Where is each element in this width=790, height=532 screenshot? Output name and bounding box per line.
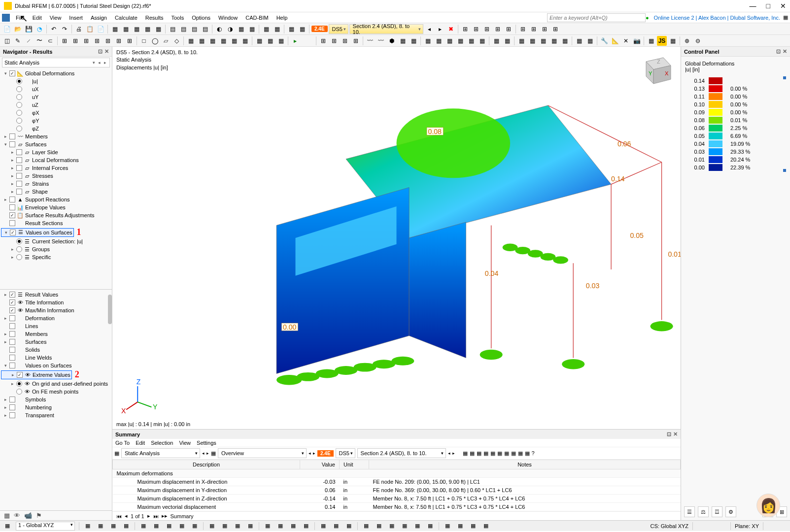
menu-cad-bim[interactable]: CAD-BIM — [241, 15, 272, 21]
new-icon[interactable]: 📄 — [2, 24, 12, 34]
table-row[interactable]: Maximum displacement in Y-direction0.06i… — [113, 486, 681, 495]
sb-icon[interactable]: ▦ — [263, 522, 272, 531]
tb-icon[interactable]: ▦ — [218, 36, 228, 46]
tb-icon[interactable]: 〰 — [365, 36, 375, 46]
tb-icon[interactable]: ▦ — [502, 36, 512, 46]
license-menu-icon[interactable]: ▦ — [783, 14, 788, 21]
sb-icon[interactable]: ▦ — [246, 522, 255, 531]
menu-edit[interactable]: Edit — [29, 15, 46, 21]
tree-item[interactable]: |u| — [1, 77, 39, 85]
app-menu-icon[interactable] — [2, 14, 10, 22]
sb-icon[interactable]: ▦ — [220, 522, 229, 531]
tb-icon[interactable]: ▦ — [211, 450, 216, 457]
undock-icon[interactable]: ⊡ — [667, 431, 671, 437]
delete-icon[interactable]: ✖ — [446, 24, 456, 34]
ds-combo[interactable]: DS5 — [336, 448, 355, 458]
display-tree[interactable]: ▸☰Result Values👁Title Information👁Max/Mi… — [0, 289, 112, 510]
tb-icon[interactable]: ▦ — [121, 24, 131, 34]
tb-icon[interactable]: ⊖ — [693, 36, 703, 46]
tb-icon[interactable]: ▦ — [470, 450, 475, 457]
sb-icon[interactable]: ▦ — [96, 522, 105, 531]
sb-icon[interactable]: ▦ — [302, 522, 310, 531]
tree-item[interactable]: ▸Transparent — [1, 411, 55, 419]
tree-item[interactable]: ▸☰Result Values — [1, 291, 59, 299]
minimize-button[interactable]: — — [750, 2, 756, 10]
tb-icon[interactable]: □ — [139, 36, 149, 46]
summary-menu-view[interactable]: View — [179, 440, 191, 446]
tb-icon[interactable]: ⊞ — [540, 24, 550, 34]
copy-icon[interactable]: 📄 — [96, 24, 105, 34]
js-icon[interactable]: JS — [657, 36, 667, 46]
table-row[interactable]: Maximum vectorial displacement0.14inMemb… — [113, 503, 681, 511]
help-icon[interactable]: ? — [532, 450, 535, 456]
tree-item[interactable]: ▾☰Values on Surfaces — [1, 228, 74, 237]
summary-menu-selection[interactable]: Selection — [151, 440, 173, 446]
tab-data-icon[interactable]: ▦ — [4, 512, 10, 519]
tb-icon[interactable]: ◯ — [150, 36, 160, 46]
prev-icon[interactable]: ◂ — [448, 451, 450, 456]
tb-icon[interactable]: ▤ — [178, 24, 188, 34]
tree-item[interactable]: uX — [1, 85, 39, 93]
sb-icon[interactable]: ▦ — [276, 522, 285, 531]
prev-icon[interactable]: ◂ — [202, 451, 205, 456]
tb-icon[interactable]: ⊞ — [125, 36, 135, 46]
tb-icon[interactable]: ▦ — [272, 24, 282, 34]
tb-icon[interactable]: ◫ — [2, 36, 12, 46]
tree-item[interactable]: ▸▱Stresses — [1, 172, 54, 180]
cloud-icon[interactable]: ◔ — [34, 24, 44, 34]
tb-icon[interactable]: ▤ — [168, 24, 177, 34]
next-icon[interactable]: ▸ — [435, 24, 445, 34]
table-row[interactable]: Maximum displacement in Z-direction-0.14… — [113, 495, 681, 503]
tb-icon[interactable]: ▦ — [497, 450, 502, 457]
tb-icon[interactable]: ▦ — [240, 36, 250, 46]
tree-item[interactable]: φY — [1, 117, 40, 125]
tree-item[interactable]: ▸▱Strains — [1, 180, 50, 188]
menu-assign[interactable]: Assign — [87, 15, 111, 21]
tb-icon[interactable]: ▦ — [236, 24, 246, 34]
sb-icon[interactable]: ▦ — [400, 522, 409, 531]
tree-item[interactable]: ▸〰Members — [1, 133, 49, 140]
tab-flag-icon[interactable]: ⚑ — [36, 512, 42, 519]
tb-icon[interactable]: ⊞ — [550, 24, 560, 34]
close-panel-icon[interactable]: ✕ — [783, 48, 787, 55]
tb-icon[interactable]: ▱ — [161, 36, 171, 46]
prev-icon[interactable]: ◂ — [309, 451, 311, 456]
tb-icon[interactable]: ▦ — [504, 450, 509, 457]
close-panel-icon[interactable]: ✕ — [104, 48, 109, 55]
sb-icon[interactable]: ▦ — [481, 522, 490, 531]
open-icon[interactable]: 📂 — [13, 24, 23, 34]
sb-icon[interactable]: ▦ — [362, 522, 371, 531]
undock-icon[interactable]: ⊡ — [98, 48, 103, 55]
tb-icon[interactable]: ▦ — [409, 36, 418, 46]
sb-icon[interactable]: ▦ — [152, 522, 161, 531]
tb-icon[interactable]: ▦ — [574, 36, 584, 46]
menu-view[interactable]: View — [46, 15, 66, 21]
tree-item[interactable]: uY — [1, 93, 39, 101]
tree-item[interactable]: uZ — [1, 101, 39, 109]
tb-icon[interactable]: ⊞ — [81, 36, 91, 46]
tb-icon[interactable]: ▦ — [490, 450, 495, 457]
tb-icon[interactable]: ▦ — [297, 24, 307, 34]
tree-item[interactable]: ▸▲Support Reactions — [1, 196, 71, 203]
next-icon[interactable]: ▸ — [147, 513, 150, 519]
tb-icon[interactable]: ▦ — [455, 36, 465, 46]
redo-icon[interactable]: ↷ — [60, 24, 69, 34]
tb-icon[interactable]: ◐ — [214, 24, 224, 34]
last-icon[interactable]: ⏭ — [153, 513, 159, 519]
keyword-search[interactable] — [547, 13, 646, 22]
tb-icon[interactable]: ▦ — [434, 36, 444, 46]
sb-icon[interactable]: ▦ — [387, 522, 396, 531]
tb-icon[interactable]: ▦ — [153, 24, 163, 34]
summary-table[interactable]: Description Value Unit Notes Maximum def… — [112, 460, 681, 511]
ds-combo[interactable]: DS5 — [329, 24, 348, 34]
sb-icon[interactable]: ▦ — [190, 522, 199, 531]
tb-icon[interactable]: ▦ — [197, 36, 206, 46]
tb-icon[interactable]: ⊞ — [329, 36, 339, 46]
tb-icon[interactable]: ▦ — [463, 450, 468, 457]
tb-icon[interactable]: 〰 — [376, 36, 386, 46]
tb-icon[interactable]: ▦ — [261, 24, 271, 34]
tb-icon[interactable]: ▦ — [423, 36, 433, 46]
section-combo[interactable]: Section 2.4 (ASD), 8. to 10. — [357, 448, 446, 458]
tab-list-icon[interactable]: ☲ — [712, 506, 722, 517]
tree-item[interactable]: 👁On FE mesh points — [1, 388, 79, 396]
